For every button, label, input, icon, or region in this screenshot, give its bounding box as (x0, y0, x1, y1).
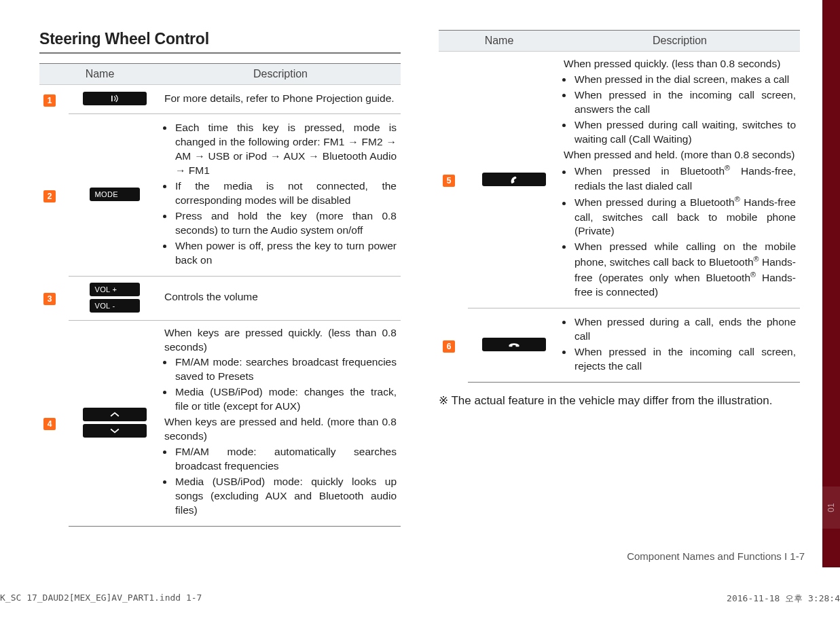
description-cell: When pressed quickly. (less than 0.8 sec… (560, 52, 800, 308)
controls-table-left: Name Description 1For more details, refe… (39, 63, 401, 527)
name-cell (69, 85, 160, 114)
description-cell: When keys are pressed quickly. (less tha… (160, 320, 401, 526)
end-icon (482, 338, 546, 351)
index-badge: 6 (443, 340, 455, 353)
name-cell: VOL +VOL - (69, 276, 160, 320)
manual-page: 01 Steering Wheel Control Name Descripti… (0, 0, 840, 619)
page-footer: Component Names and Functions I 1-7 (627, 550, 805, 562)
left-column: Steering Wheel Control Name Description … (39, 30, 401, 567)
voice-icon (83, 92, 147, 105)
th-name: Name (439, 31, 560, 52)
description-cell: Controls the volume (160, 276, 401, 320)
button-pill: MODE (90, 188, 140, 201)
doc-footer-right: 2016-11-18 오후 3:28:4 (727, 593, 840, 605)
illustration-note: ※ The actual feature in the vehicle may … (439, 393, 800, 408)
table-row: 6When pressed during a call, ends the ph… (439, 308, 800, 383)
table-row: 5When pressed quickly. (less than 0.8 se… (439, 52, 800, 308)
table-row: 1For more details, refer to Phone Projec… (39, 85, 401, 114)
description-cell: Each time this key is pressed, mode is c… (160, 114, 401, 276)
down-icon (83, 424, 147, 438)
th-description: Description (160, 64, 401, 85)
call-icon (482, 173, 546, 186)
table-row: 3VOL +VOL -Controls the volume (39, 276, 401, 320)
table-row: 2MODEEach time this key is pressed, mode… (39, 114, 401, 276)
section-title: Steering Wheel Control (39, 30, 401, 54)
index-badge: 1 (43, 94, 56, 107)
th-description: Description (560, 31, 800, 52)
table-row: 4When keys are pressed quickly. (less th… (39, 320, 401, 526)
index-badge: 3 (43, 293, 56, 305)
name-cell (468, 308, 560, 383)
button-pill: VOL + (90, 283, 140, 296)
description-cell: For more details, refer to Phone Project… (160, 85, 401, 114)
name-cell: MODE (69, 114, 160, 276)
chapter-tab: 01 (822, 487, 840, 529)
name-cell (468, 52, 560, 308)
name-cell (69, 320, 160, 526)
doc-footer-left: K_SC 17_DAUD2[MEX_EG]AV_PART1.indd 1-7 (0, 593, 202, 603)
controls-table-right: Name Description 5When pressed quickly. … (439, 30, 800, 383)
th-name: Name (39, 64, 160, 85)
right-column: Name Description 5When pressed quickly. … (439, 30, 800, 567)
button-pill: VOL - (90, 299, 140, 313)
description-cell: When pressed during a call, ends the pho… (560, 308, 800, 383)
chapter-sidebar: 01 (822, 0, 840, 567)
index-badge: 5 (443, 175, 455, 187)
index-badge: 4 (43, 418, 56, 430)
index-badge: 2 (43, 190, 56, 202)
content-columns: Steering Wheel Control Name Description … (39, 30, 800, 567)
up-icon (83, 408, 147, 421)
